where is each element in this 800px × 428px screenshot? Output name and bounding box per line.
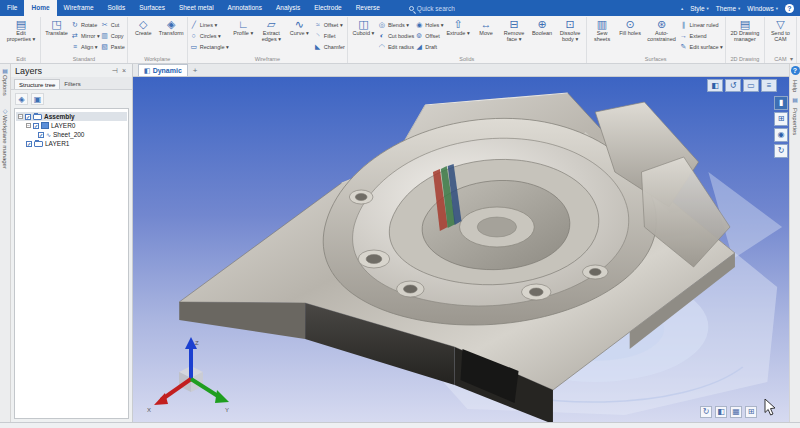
menu-tab-annotations[interactable]: Annotations (221, 0, 269, 16)
align-button[interactable]: ≡Align ▾ (71, 41, 100, 52)
lines-label: Lines ▾ (200, 22, 217, 28)
menu-tab-solids[interactable]: Solids (101, 0, 133, 16)
chamfer-button[interactable]: ◣Chamfer (314, 41, 345, 52)
boolean-button[interactable]: ⊕ Boolean (529, 17, 556, 36)
menu-tab-electrode[interactable]: Electrode (307, 0, 348, 16)
transform-workplane-button[interactable]: ◈ Transform (158, 17, 185, 36)
windows-menu[interactable]: Windows▾ (747, 5, 778, 12)
rotate-view-icon[interactable]: ↻ (774, 144, 788, 158)
menu-tab-analysis[interactable]: Analysis (269, 0, 307, 16)
draft-button[interactable]: ◢Draft (415, 41, 443, 52)
menu-tab-surfaces[interactable]: Surfaces (132, 0, 172, 16)
profile-button[interactable]: ∟ Profile ▾ (230, 17, 257, 36)
lines-button[interactable]: ╱Lines ▾ (190, 19, 229, 30)
tree-row-assembly[interactable]: − ✓ Assembly (16, 112, 127, 121)
send-to-cam-button[interactable]: ▽ Send to CAM (767, 17, 794, 43)
rectangle-button[interactable]: ▭Rectangle ▾ (190, 41, 229, 52)
eye-view-icon[interactable]: ◉ (774, 128, 788, 142)
tree-row-layer1[interactable]: ✓ LAYER1 (24, 139, 127, 148)
extend-button[interactable]: →Extend (680, 30, 723, 41)
new-tab-button[interactable]: + (193, 65, 198, 76)
sew-sheets-button[interactable]: ▥ Sew sheets (589, 17, 616, 43)
circles-button[interactable]: ○Circles ▾ (190, 30, 229, 41)
offset-solid-button[interactable]: ⊚Offset (415, 30, 443, 41)
curve-icon: ∿ (295, 18, 304, 30)
quad-view-icon[interactable]: ⊞ (745, 406, 757, 418)
curve-button[interactable]: ∿ Curve ▾ (286, 17, 313, 36)
blends-button[interactable]: ◎Blends ▾ (378, 19, 414, 30)
document-tab-dynamic[interactable]: ◧ Dynamic (138, 64, 188, 76)
copy-button[interactable]: ▥Copy (101, 30, 125, 41)
tab-structure-tree[interactable]: Structure tree (14, 79, 60, 89)
collapse-expander-icon[interactable]: − (26, 123, 31, 128)
shaded-mode-icon[interactable]: ◧ (715, 406, 727, 418)
properties-dock-label[interactable]: Properties (792, 108, 798, 135)
menu-icon[interactable]: ≡ (761, 79, 777, 92)
menu-tab-wireframe[interactable]: Wireframe (57, 0, 101, 16)
orbit-icon[interactable]: ↺ (725, 79, 741, 92)
tree-row-sheet-200[interactable]: ✓ ∿ Sheet_200 (36, 130, 127, 139)
collapse-ribbon-icon[interactable]: ▴ (681, 6, 683, 11)
spin-view-icon[interactable]: ↻ (700, 406, 712, 418)
cut-button[interactable]: ✂Cut (101, 19, 125, 30)
orientation-triad: X Y Z (141, 336, 233, 416)
wireframe-mode-icon[interactable]: ▦ (730, 406, 742, 418)
collapse-expander-icon[interactable]: − (18, 114, 23, 119)
theme-menu[interactable]: Theme▾ (716, 5, 741, 12)
paste-button[interactable]: ▧Paste (101, 41, 125, 52)
cuboid-button[interactable]: ◫ Cuboid ▾ (350, 17, 377, 36)
dissolve-body-button[interactable]: ⊡ Dissolve body ▾ (557, 17, 584, 43)
translate-button[interactable]: ◳ Translate (43, 17, 70, 36)
visual-manager-icon[interactable]: ▮ (774, 96, 788, 110)
cut-bodies-button[interactable]: ◐Cut bodies (378, 30, 414, 41)
holes-button[interactable]: ◉Holes ▾ (415, 19, 443, 30)
dissolve-body-label: Dissolve body ▾ (557, 30, 584, 43)
fill-holes-button[interactable]: ⊙ Fill holes (617, 17, 644, 36)
auto-constrained-button[interactable]: ⊛ Auto-constrained (645, 17, 679, 43)
extract-edges-button[interactable]: ▱ Extract edges ▾ (258, 17, 285, 43)
sheet-checkbox[interactable]: ✓ (38, 132, 44, 138)
window-icon[interactable]: ▭ (743, 79, 759, 92)
blends-label: Blends ▾ (388, 22, 409, 28)
save-layers-icon[interactable]: ▣ (31, 93, 44, 105)
ribbon-collapse-icon[interactable]: ▾ (790, 55, 793, 62)
edit-surface-button[interactable]: ✎Edit surface ▾ (680, 41, 723, 52)
help-dock-label[interactable]: Help (792, 80, 798, 92)
workplane-manager-dock-tab[interactable]: ◇ Workplane manager (2, 108, 8, 169)
move-button[interactable]: ↔ Move (473, 17, 500, 36)
linear-ruled-button[interactable]: ∥Linear ruled (680, 19, 723, 30)
viewport[interactable]: X Y Z ◧ ↺ ▭ ≡ ▮ ⊞ ◉ ↻ (133, 77, 789, 422)
edit-radius-button[interactable]: ◠Edit radius (378, 41, 414, 52)
pin-icon[interactable]: ⊣ (110, 67, 120, 75)
menu-tab-sheet-metal[interactable]: Sheet metal (172, 0, 221, 16)
help-dock-icon[interactable]: ? (791, 66, 800, 75)
assembly-checkbox[interactable]: ✓ (25, 114, 31, 120)
style-menu[interactable]: Style▾ (690, 5, 709, 12)
extrude-button[interactable]: ⇧ Extrude ▾ (445, 17, 472, 36)
grid-view-icon[interactable]: ⊞ (774, 112, 788, 126)
remove-face-button[interactable]: ⊟ Remove face ▾ (501, 17, 528, 43)
mirror-button[interactable]: ⇄Mirror ▾ (71, 30, 100, 41)
menu-tab-file[interactable]: File (0, 0, 24, 16)
edit-properties-button[interactable]: ▤ Edit properties ▾ (4, 17, 38, 43)
auto-constrained-icon: ⊛ (657, 18, 666, 30)
tab-filters[interactable]: Filters (60, 79, 84, 89)
view-cube-icon[interactable]: ◧ (707, 79, 723, 92)
close-icon[interactable]: × (120, 67, 128, 75)
rotate-button[interactable]: ↻Rotate (71, 19, 100, 30)
sew-sheets-icon: ▥ (597, 18, 607, 30)
layer1-checkbox[interactable]: ✓ (26, 141, 32, 147)
layer0-checkbox[interactable]: ✓ (33, 123, 39, 129)
offset-wireframe-button[interactable]: ≈Offset ▾ (314, 19, 345, 30)
quick-search[interactable]: Quick search (409, 0, 455, 16)
layer-states-icon[interactable]: ◈ (15, 93, 28, 105)
2d-drawing-manager-button[interactable]: ▤ 2D Drawing manager (728, 17, 762, 43)
fillet-button[interactable]: ◝Fillet (314, 30, 345, 41)
help-icon[interactable]: ? (785, 4, 794, 13)
menu-tab-home[interactable]: Home (24, 0, 56, 16)
tree-row-layer0[interactable]: − ✓ LAYER0 (24, 121, 127, 130)
create-workplane-button[interactable]: ◇ Create (130, 17, 157, 36)
ribbon-group-surfaces: ▥ Sew sheets ⊙ Fill holes ⊛ Auto-constra… (587, 17, 726, 63)
options-dock-tab[interactable]: ▤ Options (2, 68, 8, 96)
menu-tab-reverse[interactable]: Reverse (349, 0, 387, 16)
